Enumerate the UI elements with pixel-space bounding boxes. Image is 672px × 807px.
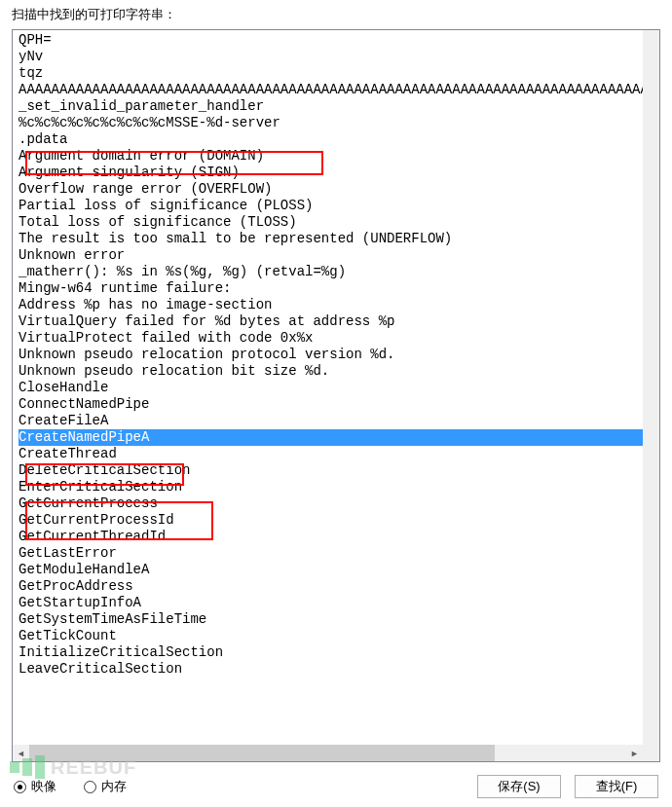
list-item[interactable]: Overflow range error (OVERFLOW) <box>19 181 653 198</box>
list-item[interactable]: VirtualProtect failed with code 0x%x <box>19 330 653 347</box>
scroll-track[interactable] <box>29 745 626 761</box>
list-item[interactable]: DeleteCriticalSection <box>19 462 653 479</box>
scroll-right-icon[interactable]: ► <box>626 745 643 761</box>
list-item[interactable]: .pdata <box>19 131 653 148</box>
list-item[interactable]: VirtualQuery failed for %d bytes at addr… <box>19 313 653 330</box>
radio-icon <box>14 781 26 793</box>
radio-label: 映像 <box>31 778 56 795</box>
list-item[interactable]: GetCurrentProcess <box>19 495 653 512</box>
list-item[interactable]: Unknown error <box>19 247 653 264</box>
list-item[interactable]: CreateFileA <box>19 413 653 429</box>
list-item[interactable]: Unknown pseudo relocation bit size %d. <box>19 363 653 380</box>
list-item[interactable]: CreateThread <box>19 446 653 462</box>
save-button[interactable]: 保存(S) <box>477 775 561 798</box>
bottom-controls: 映像 内存 保存(S) 查找(F) <box>12 762 660 807</box>
list-item[interactable]: GetProcAddress <box>19 578 653 595</box>
list-item[interactable]: CreateNamedPipeA <box>19 429 653 446</box>
list-item[interactable]: _set_invalid_parameter_handler <box>19 98 653 115</box>
list-item[interactable]: GetTickCount <box>19 628 653 644</box>
list-item[interactable]: LeaveCriticalSection <box>19 661 653 678</box>
radio-image[interactable]: 映像 <box>14 778 56 795</box>
list-item[interactable]: tqz <box>19 65 653 82</box>
horizontal-scrollbar[interactable]: ◄ ► <box>13 745 643 761</box>
list-item[interactable]: AAAAAAAAAAAAAAAAAAAAAAAAAAAAAAAAAAAAAAAA… <box>19 82 653 98</box>
strings-listbox[interactable]: QPH=yNvtqzAAAAAAAAAAAAAAAAAAAAAAAAAAAAAA… <box>12 29 660 762</box>
list-item[interactable]: ConnectNamedPipe <box>19 396 653 413</box>
list-item[interactable]: EnterCriticalSection <box>19 479 653 495</box>
list-item[interactable]: GetLastError <box>19 545 653 562</box>
source-radio-group: 映像 内存 <box>14 778 477 795</box>
vertical-scrollbar[interactable] <box>643 30 659 745</box>
list-item[interactable]: QPH= <box>19 32 653 49</box>
list-item[interactable]: yNv <box>19 49 653 65</box>
radio-icon <box>84 781 96 793</box>
scroll-left-icon[interactable]: ◄ <box>13 745 29 761</box>
list-item[interactable]: GetCurrentThreadId <box>19 529 653 545</box>
radio-memory[interactable]: 内存 <box>84 778 127 795</box>
list-item[interactable]: CloseHandle <box>19 380 653 396</box>
section-label: 扫描中找到的可打印字符串： <box>12 6 660 23</box>
list-item[interactable]: GetModuleHandleA <box>19 562 653 578</box>
scroll-thumb[interactable] <box>29 745 495 761</box>
list-item[interactable]: GetCurrentProcessId <box>19 512 653 529</box>
list-item[interactable]: Total loss of significance (TLOSS) <box>19 214 653 231</box>
list-item[interactable]: %c%c%c%c%c%c%c%c%cMSSE-%d-server <box>19 115 653 131</box>
list-item[interactable]: Address %p has no image-section <box>19 297 653 313</box>
list-item[interactable]: InitializeCriticalSection <box>19 644 653 661</box>
list-item[interactable]: _matherr(): %s in %s(%g, %g) (retval=%g) <box>19 264 653 280</box>
list-item[interactable]: GetStartupInfoA <box>19 595 653 611</box>
list-item[interactable]: Argument domain error (DOMAIN) <box>19 148 653 165</box>
radio-label: 内存 <box>101 778 127 795</box>
list-item[interactable]: Partial loss of significance (PLOSS) <box>19 198 653 214</box>
list-item[interactable]: Argument singularity (SIGN) <box>19 165 653 181</box>
scroll-corner <box>643 745 659 761</box>
find-button[interactable]: 查找(F) <box>575 775 658 798</box>
list-item[interactable]: The result is too small to be represente… <box>19 231 653 247</box>
list-item[interactable]: Mingw-w64 runtime failure: <box>19 280 653 297</box>
list-item[interactable]: GetSystemTimeAsFileTime <box>19 611 653 628</box>
list-item[interactable]: Unknown pseudo relocation protocol versi… <box>19 347 653 363</box>
